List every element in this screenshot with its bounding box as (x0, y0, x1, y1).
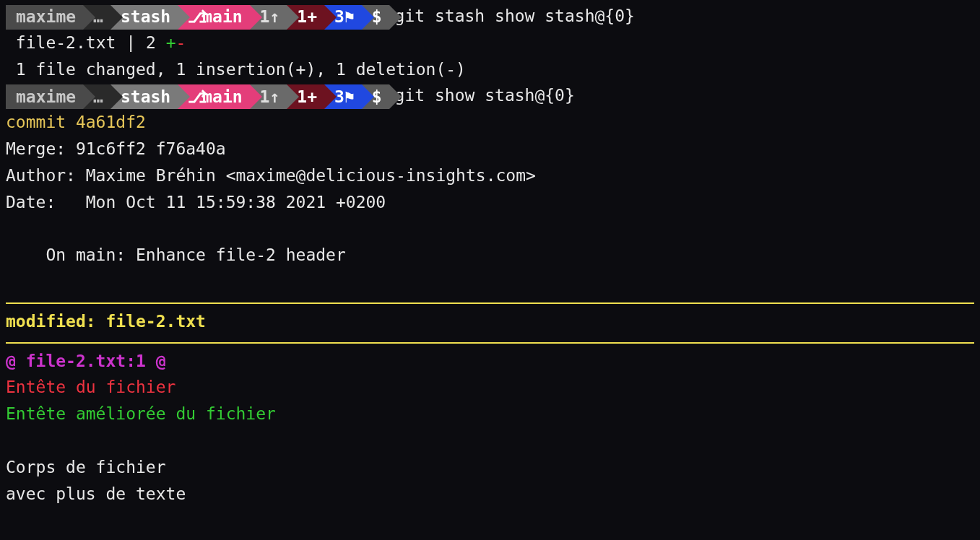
commit-hash-line: commit 4a61df2 (6, 109, 974, 136)
prompt-branch: main (202, 7, 242, 26)
commit-message: On main: Enhance file-2 header (6, 242, 974, 269)
prompt-dir: stash (121, 4, 170, 30)
powerline-prompt: maxime…stash⎇main1↑1+3⚑$ (6, 5, 389, 30)
diffstat-plus-glyph: + (166, 33, 176, 52)
blank-line (6, 269, 974, 295)
powerline-prompt: maxime…stash⎇main1↑1+3⚑$ (6, 84, 389, 109)
diffstat-bar: | (126, 33, 136, 52)
commit-date-line: Date: Mon Oct 11 15:59:38 2021 +0200 (6, 189, 974, 216)
prompt-plus: 1+ (297, 4, 317, 30)
prompt-user: maxime (16, 4, 76, 30)
prompt-flag: 3⚑ (334, 84, 355, 110)
diffstat-minus-glyph: - (176, 33, 186, 52)
diffstat-count: 2 (146, 33, 156, 52)
terminal-output: maxime…stash⎇main1↑1+3⚑$git stash show s… (0, 0, 980, 510)
commit-author-line: Author: Maxime Bréhin <maxime@delicious-… (6, 162, 974, 189)
prompt-line-2[interactable]: maxime…stash⎇main1↑1+3⚑$git show stash@{… (6, 82, 974, 109)
diff-hunk-header: @ file-2.txt:1 @ (6, 348, 974, 375)
prompt-plus: 1+ (297, 84, 317, 110)
diffstat-file-line: file-2.txt | 2 +- (6, 30, 974, 56)
command-input-1[interactable]: git stash show stash@{0} (395, 6, 635, 25)
prompt-user-segment: maxime (6, 84, 83, 109)
prompt-user: maxime (16, 84, 76, 110)
blank-line (6, 427, 974, 454)
prompt-branch: main (202, 87, 242, 106)
prompt-user-segment: maxime (6, 5, 83, 30)
prompt-line-1[interactable]: maxime…stash⎇main1↑1+3⚑$git stash show s… (6, 3, 974, 30)
section-divider (6, 342, 974, 344)
command-input-2[interactable]: git show stash@{0} (395, 86, 575, 105)
prompt-dir: stash (121, 84, 170, 110)
diff-added-line: Entête améliorée du fichier (6, 401, 974, 427)
section-divider (6, 302, 974, 304)
diff-context-line: avec plus de texte (6, 481, 974, 508)
prompt-ahead: 1↑ (260, 84, 280, 110)
diffstat-file: file-2.txt (16, 33, 116, 52)
diff-context-line: Corps de fichier (6, 454, 974, 481)
commit-merge-line: Merge: 91c6ff2 f76a40a (6, 136, 974, 162)
blank-line (6, 215, 974, 242)
prompt-ahead: 1↑ (260, 4, 280, 30)
modified-file-header: modified: file-2.txt (6, 308, 974, 335)
prompt-flag: 3⚑ (334, 4, 355, 30)
diffstat-summary: 1 file changed, 1 insertion(+), 1 deleti… (6, 56, 974, 83)
diff-deleted-line: Entête du fichier (6, 374, 974, 401)
